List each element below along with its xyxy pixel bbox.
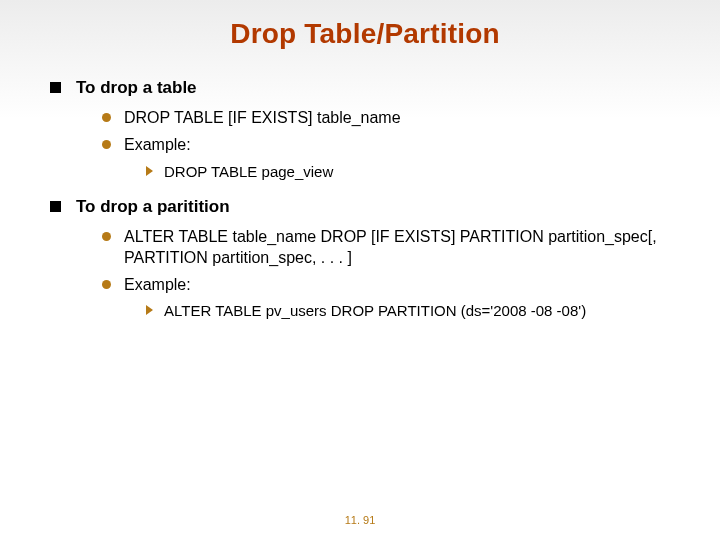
section-item: To drop a paritition ALTER TABLE table_n… (50, 197, 680, 321)
example-list: DROP TABLE page_view (124, 162, 680, 182)
content-list: To drop a table DROP TABLE [IF EXISTS] t… (50, 78, 680, 321)
example-text: ALTER TABLE pv_users DROP PARTITION (ds=… (164, 302, 586, 319)
slide-title: Drop Table/Partition (50, 18, 680, 50)
subsection-list: ALTER TABLE table_name DROP [IF EXISTS] … (76, 227, 680, 321)
slide: Drop Table/Partition To drop a table DRO… (0, 0, 720, 321)
sub-item: Example: ALTER TABLE pv_users DROP PARTI… (102, 275, 680, 321)
section-heading: To drop a paritition (76, 197, 230, 216)
page-number: 11. 91 (0, 514, 720, 526)
sub-item-text: DROP TABLE [IF EXISTS] table_name (124, 109, 401, 126)
sub-item: ALTER TABLE table_name DROP [IF EXISTS] … (102, 227, 680, 269)
sub-item-text: ALTER TABLE table_name DROP [IF EXISTS] … (124, 228, 657, 266)
example-item: ALTER TABLE pv_users DROP PARTITION (ds=… (146, 301, 680, 321)
sub-item: DROP TABLE [IF EXISTS] table_name (102, 108, 680, 129)
sub-item-text: Example: (124, 136, 191, 153)
subsection-list: DROP TABLE [IF EXISTS] table_name Exampl… (76, 108, 680, 181)
sub-item: Example: DROP TABLE page_view (102, 135, 680, 181)
sub-item-text: Example: (124, 276, 191, 293)
section-item: To drop a table DROP TABLE [IF EXISTS] t… (50, 78, 680, 181)
example-item: DROP TABLE page_view (146, 162, 680, 182)
example-text: DROP TABLE page_view (164, 163, 333, 180)
section-heading: To drop a table (76, 78, 197, 97)
example-list: ALTER TABLE pv_users DROP PARTITION (ds=… (124, 301, 680, 321)
